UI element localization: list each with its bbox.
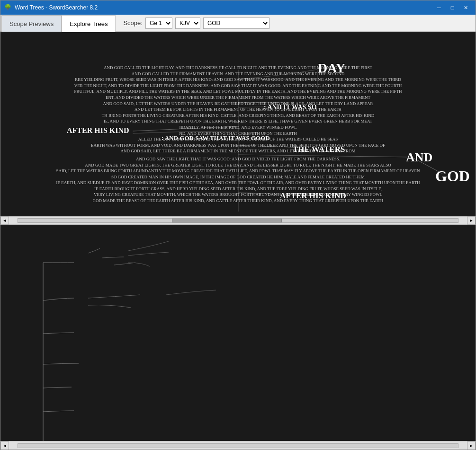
tab-scope-previews[interactable]: Scope Previews [1, 15, 62, 32]
node-and: AND [406, 151, 432, 165]
bottom-scroll-track [18, 443, 458, 448]
node-the-waters: THE WATERS [293, 145, 345, 154]
bottom-tree-panel: GOD SAID , THE LET WATERS EARTH BRING FO… [0, 225, 476, 441]
node-after-his-kind-1: AFTER HIS KIND [67, 126, 129, 135]
main-window: 🌳 Word Trees - SwordSearcher 8.2 ─ □ ✕ S… [0, 0, 476, 450]
close-button[interactable]: ✕ [459, 3, 472, 12]
scope-select[interactable]: Ge 1 [145, 18, 172, 29]
node-and-god-saw: : AND GOD SAW THAT IT WAS GOOD [162, 135, 270, 141]
node-after-his-kind-2: AFTER HIS KIND [280, 192, 346, 201]
search-select[interactable]: GOD [203, 18, 269, 29]
bottom-tree-svg [0, 225, 476, 441]
toolbar: Scope Previews Explore Trees Scope: Ge 1… [0, 15, 476, 32]
scope-label: Scope: [123, 19, 142, 26]
tab-explore-trees[interactable]: Explore Trees [62, 15, 116, 32]
window-title: Word Trees - SwordSearcher 8.2 [15, 4, 433, 11]
minimize-button[interactable]: ─ [433, 3, 445, 12]
top-tree-panel: AND GOD CALLED THE LIGHT DAY, AND THE DA… [0, 32, 476, 216]
middle-scrollbar: ◄ ► [0, 216, 476, 225]
node-and-it-was-so: : AND IT WAS SO [264, 104, 317, 111]
app-icon: 🌳 [4, 4, 12, 11]
bottom-scroll-left[interactable]: ◄ [0, 441, 9, 450]
version-select[interactable]: KJV [175, 18, 200, 29]
window-controls: ─ □ ✕ [433, 3, 472, 12]
scroll-right-button[interactable]: ► [467, 216, 476, 225]
content-area: AND GOD CALLED THE LIGHT DAY, AND THE DA… [0, 32, 476, 450]
bottom-scroll-right[interactable]: ► [467, 441, 476, 450]
maximize-button[interactable]: □ [446, 3, 458, 12]
node-day: DAY [318, 61, 345, 76]
scroll-thumb[interactable] [172, 219, 282, 222]
title-bar: 🌳 Word Trees - SwordSearcher 8.2 ─ □ ✕ [0, 0, 476, 15]
scroll-track [18, 218, 458, 223]
bottom-scrollbar: ◄ ► [0, 441, 476, 450]
scroll-left-button[interactable]: ◄ [0, 216, 9, 225]
node-god-top: GOD [435, 168, 470, 185]
